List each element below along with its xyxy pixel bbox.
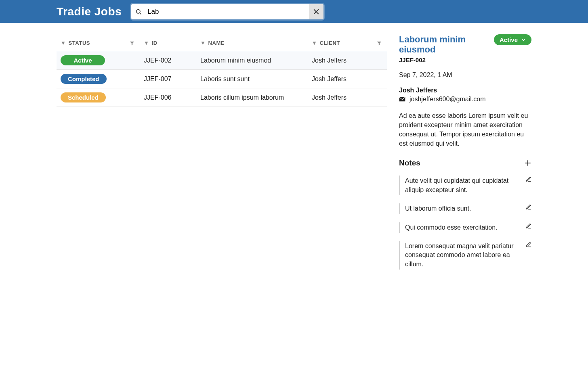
notes-header: Notes	[399, 159, 531, 167]
status-dropdown-label: Active	[500, 36, 518, 43]
col-header-status[interactable]: ▼ STATUS	[57, 34, 125, 51]
edit-icon	[525, 176, 531, 182]
status-dropdown-button[interactable]: Active	[494, 34, 531, 45]
name-cell: Laboris sunt sunt	[196, 70, 308, 88]
edit-icon	[525, 242, 531, 248]
id-cell: JJEF-002	[140, 51, 196, 70]
col-header-id[interactable]: ▼ ID	[140, 34, 196, 51]
jobs-table-panel: ▼ STATUS ▼ ID	[57, 34, 387, 270]
edit-icon	[525, 223, 531, 229]
edit-note-button[interactable]	[525, 176, 531, 182]
close-icon	[313, 8, 320, 15]
status-badge: Scheduled	[61, 92, 106, 102]
jobs-table: ▼ STATUS ▼ ID	[57, 34, 387, 107]
col-header-label: STATUS	[68, 40, 90, 46]
name-cell: Laborum minim eiusmod	[196, 51, 308, 70]
status-badge: Active	[61, 55, 105, 65]
id-cell: JJEF-006	[140, 88, 196, 107]
edit-note-button[interactable]	[525, 223, 531, 229]
sort-icon: ▼	[200, 40, 206, 46]
client-cell: Josh Jeffers	[308, 70, 387, 88]
client-cell: Josh Jeffers	[308, 88, 387, 107]
main-content: ▼ STATUS ▼ ID	[0, 23, 588, 270]
note-text: Qui commodo esse exercitation.	[405, 223, 521, 232]
add-note-button[interactable]	[524, 159, 531, 167]
id-cell: JJEF-007	[140, 70, 196, 88]
detail-date: Sep 7, 2022, 1 AM	[399, 71, 531, 79]
note-item: Lorem consequat magna velit pariatur con…	[399, 241, 531, 270]
edit-icon	[525, 204, 531, 210]
table-row[interactable]: ActiveJJEF-002Laborum minim eiusmodJosh …	[57, 51, 387, 70]
app-title: Tradie Jobs	[57, 5, 122, 18]
sort-icon: ▼	[312, 40, 317, 46]
note-item: Aute velit qui cupidatat qui cupidatat a…	[399, 176, 531, 195]
note-item: Qui commodo esse exercitation.	[399, 222, 531, 233]
col-header-label: NAME	[208, 40, 225, 46]
chevron-down-icon	[521, 38, 526, 42]
detail-email-link[interactable]: joshjeffers600@gmail.com	[399, 96, 531, 103]
clear-search-button[interactable]	[309, 4, 323, 19]
col-header-label: CLIENT	[319, 40, 340, 46]
detail-description: Ad ea aute esse laboris Lorem ipsum veli…	[399, 111, 531, 148]
filter-icon	[376, 40, 383, 46]
edit-note-button[interactable]	[525, 242, 531, 248]
name-cell: Laboris cillum ipsum laborum	[196, 88, 308, 107]
status-badge: Completed	[61, 74, 107, 84]
app-header: Tradie Jobs	[0, 0, 588, 23]
edit-note-button[interactable]	[525, 204, 531, 210]
notes-list: Aute velit qui cupidatat qui cupidatat a…	[399, 176, 531, 270]
detail-client: Josh Jeffers	[399, 87, 531, 94]
detail-email-text: joshjeffers600@gmail.com	[410, 96, 485, 103]
note-text: Lorem consequat magna velit pariatur con…	[405, 242, 521, 269]
detail-heading-block: Laborum minim eiusmod JJEF-002	[399, 34, 489, 63]
col-header-label: ID	[151, 40, 157, 46]
svg-line-1	[140, 13, 141, 14]
notes-heading: Notes	[399, 159, 420, 167]
col-filter-client[interactable]	[372, 34, 387, 51]
status-cell: Scheduled	[57, 88, 140, 107]
col-filter-status[interactable]	[125, 34, 140, 51]
note-text: Aute velit qui cupidatat qui cupidatat a…	[405, 176, 521, 194]
search-field-wrapper	[131, 4, 323, 19]
table-header-row: ▼ STATUS ▼ ID	[57, 34, 387, 51]
table-row[interactable]: ScheduledJJEF-006Laboris cillum ipsum la…	[57, 88, 387, 107]
note-item: Ut laborum officia sunt.	[399, 203, 531, 214]
job-detail-panel: Laborum minim eiusmod JJEF-002 Active Se…	[399, 34, 531, 270]
col-header-name[interactable]: ▼ NAME	[196, 34, 308, 51]
sort-icon: ▼	[144, 40, 149, 46]
plus-icon	[524, 159, 531, 167]
table-row[interactable]: CompletedJJEF-007Laboris sunt suntJosh J…	[57, 70, 387, 88]
search-input[interactable]	[146, 4, 309, 19]
client-cell: Josh Jeffers	[308, 51, 387, 70]
detail-id: JJEF-002	[399, 56, 489, 63]
status-cell: Active	[57, 51, 140, 70]
note-text: Ut laborum officia sunt.	[405, 204, 521, 213]
mail-icon	[399, 97, 405, 102]
search-icon	[131, 8, 146, 15]
detail-title: Laborum minim eiusmod	[399, 34, 489, 55]
status-cell: Completed	[57, 70, 140, 88]
detail-header: Laborum minim eiusmod JJEF-002 Active	[399, 34, 531, 63]
filter-icon	[129, 40, 136, 46]
sort-desc-icon: ▼	[61, 40, 66, 46]
col-header-client[interactable]: ▼ CLIENT	[308, 34, 372, 51]
